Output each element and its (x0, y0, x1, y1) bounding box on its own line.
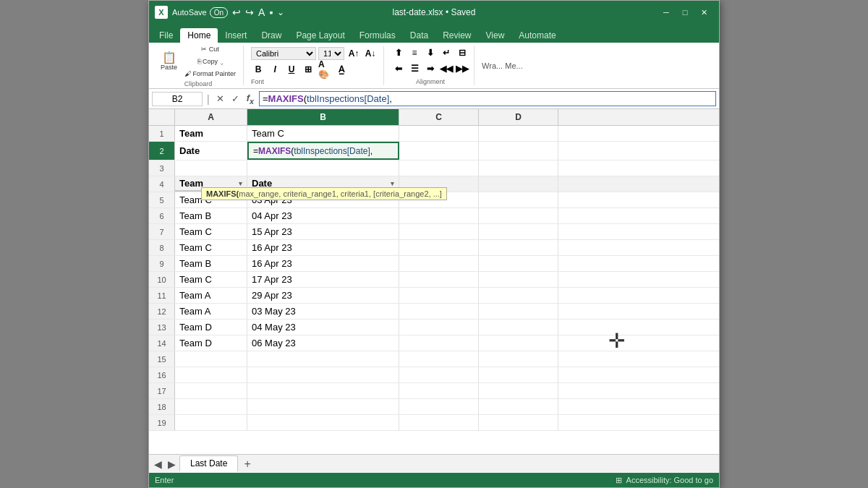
align-bottom-button[interactable]: ⬇ (423, 46, 438, 60)
font-family-select[interactable]: Calibri (251, 47, 316, 60)
cell-c11[interactable] (399, 288, 479, 303)
tab-review[interactable]: Review (435, 28, 478, 43)
cell-b9[interactable]: 16 Apr 23 (247, 256, 399, 271)
fill-color-button[interactable]: A🎨 (318, 62, 332, 77)
font-size-select[interactable]: 11 (318, 47, 344, 60)
font-color-button[interactable]: A̲ (334, 62, 349, 77)
add-sheet-button[interactable]: + (239, 458, 255, 471)
cell-b19[interactable] (247, 415, 399, 430)
cell-d13[interactable] (479, 320, 558, 335)
cell-d2[interactable] (479, 142, 558, 160)
close-button[interactable]: ✕ (694, 5, 713, 20)
increase-font-button[interactable]: A↑ (346, 46, 361, 61)
col-header-b[interactable]: B (247, 109, 399, 125)
italic-button[interactable]: I (268, 62, 282, 77)
confirm-formula-icon[interactable]: ✓ (229, 93, 242, 105)
cell-b7[interactable]: 15 Apr 23 (247, 224, 399, 239)
decrease-font-button[interactable]: A↓ (363, 46, 378, 61)
more-tools-icon[interactable]: ▪ (269, 7, 273, 18)
col-b-dropdown-icon[interactable]: ▾ (391, 180, 394, 187)
tab-file[interactable]: File (152, 28, 180, 43)
tab-draw[interactable]: Draw (254, 28, 289, 43)
bold-button[interactable]: B (251, 62, 265, 77)
cell-b8[interactable]: 16 Apr 23 (247, 240, 399, 255)
sheet-nav-next[interactable]: ▶ (166, 458, 178, 470)
cell-b11[interactable]: 29 Apr 23 (247, 288, 399, 303)
tab-formulas[interactable]: Formulas (352, 28, 403, 43)
cell-c17[interactable] (399, 383, 479, 398)
paste-button[interactable]: 📋 Paste (158, 51, 180, 72)
undo-icon[interactable]: ↩ (232, 7, 241, 18)
cell-c8[interactable] (399, 240, 479, 255)
cell-d15[interactable] (479, 351, 558, 367)
cell-c16[interactable] (399, 367, 479, 382)
cell-a9[interactable]: Team B (175, 256, 247, 271)
tab-home[interactable]: Home (180, 28, 218, 43)
cell-b6[interactable]: 04 Apr 23 (247, 208, 399, 223)
sheet-nav-prev[interactable]: ◀ (152, 458, 164, 470)
cell-b14[interactable]: 06 May 23 (247, 335, 399, 351)
format-painter-button[interactable]: 🖌 Format Painter (182, 69, 239, 79)
col-header-c[interactable]: C (399, 109, 479, 125)
cell-c15[interactable] (399, 351, 479, 367)
cell-a1[interactable]: Team (175, 126, 247, 141)
cell-d10[interactable] (479, 272, 558, 287)
col-header-a[interactable]: A (175, 109, 247, 125)
cell-a3[interactable] (175, 160, 247, 176)
cell-a6[interactable]: Team B (175, 208, 247, 223)
cell-b13[interactable]: 04 May 23 (247, 320, 399, 335)
cell-a17[interactable] (175, 383, 247, 398)
align-center-button[interactable]: ☰ (407, 61, 422, 76)
name-box[interactable] (152, 92, 203, 106)
indent-decrease-button[interactable]: ◀◀ (439, 61, 454, 76)
cell-d9[interactable] (479, 256, 558, 271)
cell-c19[interactable] (399, 415, 479, 430)
tab-data[interactable]: Data (403, 28, 435, 43)
cell-c9[interactable] (399, 256, 479, 271)
cell-a8[interactable]: Team C (175, 240, 247, 255)
align-top-button[interactable]: ⬆ (391, 46, 406, 60)
cell-b3[interactable] (247, 160, 399, 176)
cell-a13[interactable]: Team D (175, 320, 247, 335)
formula-input[interactable]: =MAXIFS(tblInspections[Date], (259, 91, 716, 106)
underline-button[interactable]: U (284, 62, 299, 77)
cell-d17[interactable] (479, 383, 558, 398)
col-header-d[interactable]: D (479, 109, 558, 125)
cell-b17[interactable] (247, 383, 399, 398)
cell-d8[interactable] (479, 240, 558, 255)
redo-icon[interactable]: ↪ (245, 7, 254, 18)
wrap-text-button[interactable]: ↵ (439, 46, 454, 60)
align-middle-button[interactable]: ≡ (407, 46, 422, 60)
cell-a11[interactable]: Team A (175, 288, 247, 303)
tab-view[interactable]: View (479, 28, 512, 43)
cell-a16[interactable] (175, 367, 247, 382)
tab-automate[interactable]: Automate (511, 28, 563, 43)
cell-b15[interactable] (247, 351, 399, 367)
cell-c1[interactable] (399, 126, 479, 141)
cell-c13[interactable] (399, 320, 479, 335)
copy-button[interactable]: ⎘ Copy ⌄ (182, 56, 239, 67)
cancel-formula-icon[interactable]: ✕ (214, 93, 226, 105)
cell-a2[interactable]: Date (175, 142, 247, 160)
cell-c18[interactable] (399, 399, 479, 414)
cell-d6[interactable] (479, 208, 558, 223)
cell-c2[interactable] (399, 142, 479, 160)
maximize-button[interactable]: □ (676, 5, 694, 20)
merge-center-button[interactable]: ⊟ (455, 46, 469, 60)
col-a-dropdown-icon[interactable]: ▾ (239, 180, 242, 187)
tab-insert[interactable]: Insert (218, 28, 254, 43)
align-right-button[interactable]: ➡ (423, 61, 438, 76)
cell-d11[interactable] (479, 288, 558, 303)
cell-b12[interactable]: 03 May 23 (247, 304, 399, 319)
cell-b10[interactable]: 17 Apr 23 (247, 272, 399, 287)
tab-page-layout[interactable]: Page Layout (289, 28, 352, 43)
cell-b18[interactable] (247, 399, 399, 414)
cell-d5[interactable] (479, 192, 558, 207)
cell-c14[interactable] (399, 335, 479, 351)
cell-a7[interactable]: Team C (175, 224, 247, 239)
cell-c3[interactable] (399, 160, 479, 176)
cell-a14[interactable]: Team D (175, 335, 247, 351)
border-button[interactable]: ⊞ (301, 62, 315, 77)
cell-a18[interactable] (175, 399, 247, 414)
cell-c10[interactable] (399, 272, 479, 287)
